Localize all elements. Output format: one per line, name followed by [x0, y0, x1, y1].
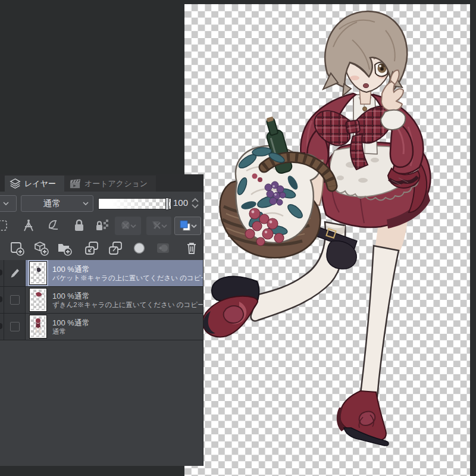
- layer-row-content[interactable]: 100 %通常 バケット※キャラの上に置いてください のコピー: [26, 260, 203, 286]
- layer-name: バケット※キャラの上に置いてください のコピー: [52, 274, 203, 282]
- tab-auto-action[interactable]: オートアクション: [64, 176, 156, 192]
- ruler-snap-icon[interactable]: [21, 218, 36, 233]
- tab-layers[interactable]: レイヤー: [5, 176, 64, 192]
- canvas-area[interactable]: [184, 4, 470, 476]
- layer-toolbar: 通常 100: [0, 192, 203, 260]
- layer-color-button[interactable]: [174, 217, 201, 235]
- layer-thumbnail[interactable]: [30, 315, 46, 338]
- layer-mask-icon[interactable]: [131, 240, 148, 256]
- lock-icon[interactable]: [73, 218, 86, 233]
- layer-thumbnail[interactable]: [30, 289, 46, 311]
- enable-mask-icon: [119, 219, 137, 233]
- new-layer-dialog-icon[interactable]: [33, 240, 49, 256]
- merge-down-icon[interactable]: [108, 240, 123, 256]
- layer-blend-info: 100 %通常: [52, 318, 90, 327]
- layer-edit-cell[interactable]: [4, 314, 26, 340]
- layer-property-row: [0, 215, 203, 236]
- layer-name: ずきん2※キャラの上に置いてください のコピー: [52, 300, 203, 309]
- new-raster-layer-icon[interactable]: [9, 240, 25, 256]
- layer-row-normal[interactable]: 100 %通常 通常: [0, 314, 203, 340]
- draft-layer-icon[interactable]: [46, 218, 61, 233]
- pen-icon: [9, 267, 21, 279]
- layer-blend-info: 100 %通常: [52, 292, 203, 300]
- enable-mask-button[interactable]: [115, 217, 141, 235]
- blend-mode-value: 通常: [21, 198, 83, 209]
- blend-row: 通常 100: [0, 195, 203, 212]
- ruler-range-icon: [150, 219, 168, 233]
- clapperboard-icon: [69, 178, 81, 189]
- layer-list: 100 %通常 バケット※キャラの上に置いてください のコピー 100 %通常: [0, 260, 203, 466]
- layer-visibility-cell[interactable]: [0, 260, 4, 286]
- layer-edit-cell[interactable]: [4, 260, 26, 286]
- lock-alpha-icon[interactable]: [95, 218, 111, 233]
- layer-command-row: [0, 238, 203, 258]
- layer-name: 通常: [52, 327, 90, 336]
- reference-layer-icon[interactable]: [0, 219, 8, 232]
- new-folder-icon[interactable]: [57, 240, 73, 256]
- eye-icon[interactable]: [0, 296, 2, 302]
- layer-row-content[interactable]: 100 %通常 ずきん2※キャラの上に置いてください のコピー: [26, 287, 203, 313]
- tab-auto-action-label: オートアクション: [84, 178, 148, 189]
- layer-list-empty-area: [0, 340, 203, 466]
- layers-panel: レイヤー オートアクション 通常: [0, 174, 203, 466]
- character-illustration: [184, 4, 470, 476]
- chevron-down-icon: [3, 202, 9, 205]
- layer-checkbox[interactable]: [10, 295, 20, 305]
- apply-mask-icon[interactable]: [155, 240, 171, 256]
- opacity-spinner[interactable]: [190, 197, 200, 210]
- transfer-down-icon[interactable]: [84, 240, 99, 256]
- layer-checkbox[interactable]: [10, 322, 20, 331]
- spinner-up-icon: [192, 199, 198, 202]
- opacity-slider[interactable]: [98, 198, 171, 209]
- delete-layer-icon[interactable]: [184, 240, 199, 256]
- layer-blend-info: 100 %通常: [52, 265, 203, 274]
- palette-filter-dropdown[interactable]: [0, 195, 17, 212]
- layer-row-zukin[interactable]: 100 %通常 ずきん2※キャラの上に置いてください のコピー: [0, 287, 203, 314]
- layer-visibility-cell[interactable]: [0, 287, 4, 313]
- chevron-down-icon: [83, 202, 89, 205]
- layer-thumbnail[interactable]: [30, 262, 46, 284]
- eye-icon[interactable]: [0, 270, 2, 275]
- palette-tab-bar: レイヤー オートアクション: [0, 174, 203, 192]
- layer-visibility-cell[interactable]: [0, 314, 4, 340]
- app-window: レイヤー オートアクション 通常: [0, 0, 476, 476]
- opacity-value: 100: [173, 198, 190, 208]
- blend-mode-dropdown[interactable]: 通常: [21, 195, 93, 212]
- layer-color-swatch: [178, 219, 198, 233]
- layer-row-bucket[interactable]: 100 %通常 バケット※キャラの上に置いてください のコピー: [0, 260, 203, 287]
- layer-row-content[interactable]: 100 %通常 通常: [26, 314, 203, 340]
- ruler-range-button[interactable]: [146, 217, 171, 235]
- spinner-down-icon: [192, 205, 198, 208]
- layer-edit-cell[interactable]: [4, 287, 26, 313]
- layers-icon: [10, 178, 21, 189]
- eye-icon[interactable]: [0, 323, 2, 329]
- tab-layers-label: レイヤー: [24, 178, 56, 189]
- opacity-slider-handle[interactable]: [165, 198, 169, 210]
